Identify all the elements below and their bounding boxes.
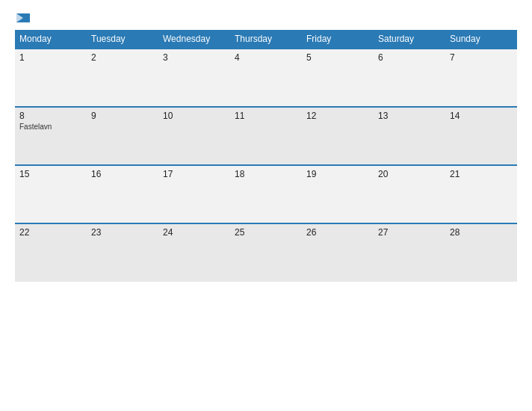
header bbox=[15, 13, 517, 22]
day-number: 17 bbox=[163, 169, 226, 179]
weekday-header: Wednesday bbox=[158, 30, 230, 49]
day-number: 27 bbox=[378, 227, 441, 238]
logo bbox=[15, 13, 30, 22]
calendar-cell: 5 bbox=[302, 49, 374, 107]
day-number: 15 bbox=[19, 169, 82, 179]
calendar-cell: 2 bbox=[87, 49, 158, 107]
weekday-header-row: MondayTuesdayWednesdayThursdayFridaySatu… bbox=[15, 30, 517, 49]
calendar-week-row: 8Fastelavn91011121314 bbox=[15, 107, 517, 165]
day-number: 18 bbox=[235, 169, 297, 179]
calendar-week-row: 1234567 bbox=[15, 49, 517, 107]
day-number: 2 bbox=[91, 52, 154, 63]
svg-marker-1 bbox=[23, 13, 30, 22]
calendar-cell: 11 bbox=[230, 107, 302, 165]
calendar-cell: 8Fastelavn bbox=[15, 107, 87, 165]
calendar-cell: 28 bbox=[445, 223, 517, 282]
day-number: 4 bbox=[235, 52, 297, 63]
calendar-cell: 1 bbox=[15, 49, 87, 107]
weekday-header: Saturday bbox=[374, 30, 445, 49]
calendar-cell: 21 bbox=[445, 165, 517, 223]
calendar-cell: 16 bbox=[87, 165, 158, 223]
calendar-cell: 10 bbox=[158, 107, 230, 165]
calendar-cell: 27 bbox=[374, 223, 445, 282]
calendar-cell: 4 bbox=[230, 49, 302, 107]
weekday-header: Friday bbox=[302, 30, 374, 49]
calendar-cell: 15 bbox=[15, 165, 87, 223]
day-number: 7 bbox=[450, 52, 513, 63]
weekday-header: Thursday bbox=[230, 30, 302, 49]
weekday-header: Monday bbox=[15, 30, 87, 49]
day-number: 13 bbox=[378, 111, 441, 121]
calendar-cell: 20 bbox=[374, 165, 445, 223]
day-number: 3 bbox=[163, 52, 226, 63]
day-number: 14 bbox=[450, 111, 513, 121]
calendar-cell: 22 bbox=[15, 223, 87, 282]
event-label: Fastelavn bbox=[19, 123, 82, 131]
calendar-cell: 7 bbox=[445, 49, 517, 107]
day-number: 9 bbox=[91, 111, 154, 121]
day-number: 1 bbox=[19, 52, 82, 63]
day-number: 19 bbox=[306, 169, 369, 179]
calendar-cell: 17 bbox=[158, 165, 230, 223]
day-number: 26 bbox=[306, 227, 369, 238]
day-number: 11 bbox=[235, 111, 297, 121]
day-number: 23 bbox=[91, 227, 154, 238]
day-number: 20 bbox=[378, 169, 441, 179]
logo-flag-icon bbox=[16, 13, 30, 22]
calendar-cell: 3 bbox=[158, 49, 230, 107]
calendar-cell: 9 bbox=[87, 107, 158, 165]
calendar-table: MondayTuesdayWednesdayThursdayFridaySatu… bbox=[15, 30, 517, 282]
day-number: 21 bbox=[450, 169, 513, 179]
calendar-cell: 14 bbox=[445, 107, 517, 165]
calendar-week-row: 22232425262728 bbox=[15, 223, 517, 282]
calendar-cell: 24 bbox=[158, 223, 230, 282]
weekday-header: Tuesday bbox=[87, 30, 158, 49]
day-number: 28 bbox=[450, 227, 513, 238]
calendar-cell: 13 bbox=[374, 107, 445, 165]
calendar-cell: 19 bbox=[302, 165, 374, 223]
day-number: 10 bbox=[163, 111, 226, 121]
day-number: 8 bbox=[19, 111, 82, 121]
day-number: 24 bbox=[163, 227, 226, 238]
calendar-cell: 12 bbox=[302, 107, 374, 165]
day-number: 12 bbox=[306, 111, 369, 121]
calendar-cell: 23 bbox=[87, 223, 158, 282]
calendar-page: MondayTuesdayWednesdayThursdayFridaySatu… bbox=[0, 0, 532, 411]
day-number: 5 bbox=[306, 52, 369, 63]
day-number: 16 bbox=[91, 169, 154, 179]
day-number: 25 bbox=[235, 227, 297, 238]
calendar-week-row: 15161718192021 bbox=[15, 165, 517, 223]
calendar-cell: 18 bbox=[230, 165, 302, 223]
calendar-cell: 26 bbox=[302, 223, 374, 282]
day-number: 6 bbox=[378, 52, 441, 63]
calendar-cell: 6 bbox=[374, 49, 445, 107]
day-number: 22 bbox=[19, 227, 82, 238]
weekday-header: Sunday bbox=[445, 30, 517, 49]
calendar-cell: 25 bbox=[230, 223, 302, 282]
